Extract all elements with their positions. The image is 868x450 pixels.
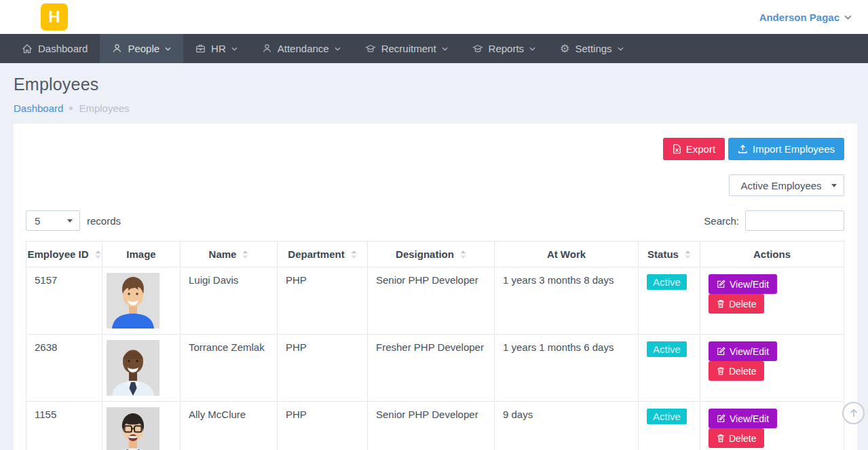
breadcrumb-dashboard-link[interactable]: Dashboard [14,102,63,114]
search-input[interactable] [745,210,844,231]
main-nav: Dashboard People HR Attendance Recruitme… [0,34,868,63]
graduation-cap-icon [365,43,376,54]
page-head: Employees Dashboard Employees [0,63,868,124]
trash-icon [717,299,725,308]
user-menu[interactable]: Anderson Pagac [759,12,852,23]
nav-item-settings[interactable]: ⚙ Settings [548,34,636,63]
view-edit-label: View/Edit [730,279,769,290]
user-icon [262,43,272,54]
nav-item-reports[interactable]: Reports [460,34,548,63]
cell-actions: View/Edit Delete [700,402,844,450]
cell-department: PHP [278,402,368,450]
gear-icon: ⚙ [560,43,569,54]
nav-item-people[interactable]: People [100,34,183,63]
arrow-up-icon [849,408,858,418]
app-logo[interactable]: H [41,3,68,31]
upload-icon [738,144,748,154]
column-header-image[interactable]: Image [102,242,181,267]
cell-status: Active [639,402,700,450]
breadcrumb-separator [69,107,73,110]
cell-department: PHP [278,267,368,335]
excel-file-icon [673,144,681,154]
nav-label: Recruitment [381,43,436,54]
cell-designation: Fresher PHP Developer [368,335,495,402]
cell-image [102,335,181,402]
column-header-actions[interactable]: Actions [700,242,844,267]
breadcrumb-current: Employees [79,102,129,114]
home-icon [22,43,33,54]
sort-icon [351,250,357,259]
chevron-down-icon [618,47,624,51]
view-edit-button[interactable]: View/Edit [709,341,777,361]
employee-avatar [107,407,159,450]
cell-actions: View/Edit Delete [700,267,844,335]
cell-status: Active [639,335,700,402]
scroll-to-top-button[interactable] [842,402,865,424]
chevron-down-icon [442,47,448,51]
edit-icon [717,280,725,288]
nav-label: HR [211,43,226,54]
nav-label: Reports [489,43,525,54]
records-control: 5 records [26,210,121,231]
cell-at-work: 1 years 3 months 8 days [495,267,639,335]
records-per-page-select[interactable]: 5 [26,210,80,231]
delete-button[interactable]: Delete [709,361,764,381]
cell-image [102,402,181,450]
table-header-row: Employee ID Image Name Department Design… [26,242,844,267]
delete-label: Delete [729,299,756,310]
column-header-designation[interactable]: Designation [368,242,495,267]
employee-avatar [107,340,159,396]
nav-item-attendance[interactable]: Attendance [250,34,353,63]
trash-icon [717,367,725,375]
edit-icon [717,414,725,423]
user-name: Anderson Pagac [759,12,839,23]
filter-row: Active Employees [26,174,844,196]
column-header-department[interactable]: Department [278,242,368,267]
nav-label: Attendance [278,43,329,54]
sort-icon [242,250,248,259]
column-header-employee-id[interactable]: Employee ID [26,242,102,267]
search-control: Search: [704,210,844,231]
status-badge: Active [647,409,687,424]
cell-image [102,267,181,335]
view-edit-button[interactable]: View/Edit [709,409,777,428]
employee-avatar [107,273,159,329]
sort-icon [685,250,691,259]
import-label: Import Employees [753,143,835,155]
column-header-name[interactable]: Name [181,242,278,267]
status-badge: Active [647,274,687,290]
cell-status: Active [639,267,700,335]
cell-employee-id: 1155 [26,402,102,450]
export-button[interactable]: Export [663,138,725,160]
delete-button[interactable]: Delete [709,428,764,448]
sort-icon [460,250,466,259]
column-header-status[interactable]: Status [639,242,700,267]
chevron-down-icon [844,15,852,20]
table-row: 5157 Luigi Davis PHP Senior PHP Develope… [26,267,844,335]
employees-panel: Export Import Employees Active Employees… [14,124,857,450]
column-header-at-work[interactable]: At Work [495,242,639,267]
import-employees-button[interactable]: Import Employees [728,138,844,160]
cell-employee-id: 2638 [26,335,102,402]
table-row: 1155 [26,402,844,450]
cell-designation: Senior PHP Developer [368,402,495,450]
records-label: records [87,215,121,227]
chevron-down-icon [165,47,171,51]
cell-name: Ally McClure [181,402,278,450]
nav-item-hr[interactable]: HR [183,34,250,63]
cell-designation: Senior PHP Developer [368,267,495,335]
view-edit-label: View/Edit [730,413,769,424]
trash-icon [717,434,725,443]
delete-label: Delete [729,433,756,444]
nav-item-recruitment[interactable]: Recruitment [353,34,460,63]
nav-item-dashboard[interactable]: Dashboard [10,34,100,63]
employee-filter-select[interactable]: Active Employees [729,174,844,196]
page-title: Employees [14,75,854,94]
export-label: Export [686,143,715,155]
table-controls: 5 records Search: [26,210,844,231]
cell-employee-id: 5157 [26,267,102,335]
cell-actions: View/Edit Delete [700,335,844,402]
nav-label: Dashboard [38,43,88,54]
delete-button[interactable]: Delete [709,294,764,314]
view-edit-button[interactable]: View/Edit [709,274,777,294]
